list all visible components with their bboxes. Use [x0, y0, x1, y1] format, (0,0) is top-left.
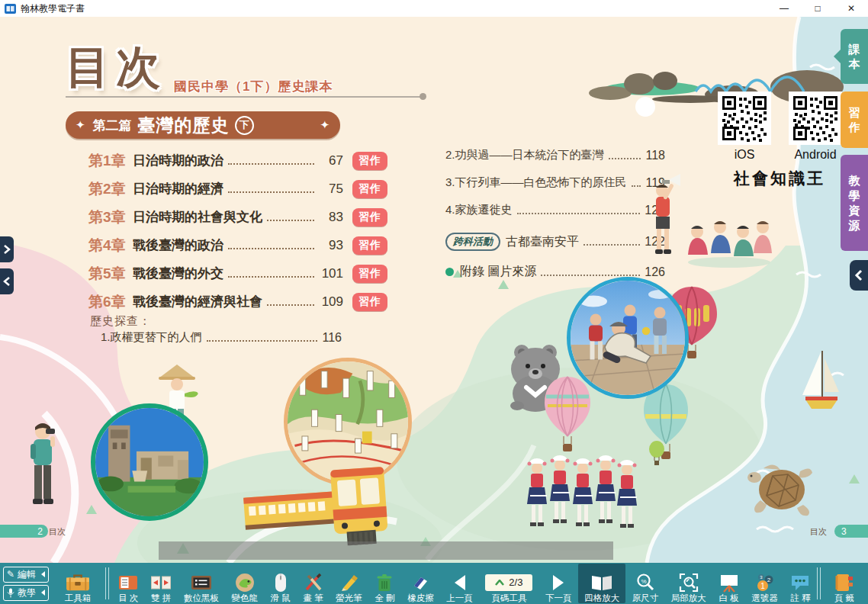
toc-icon: [118, 572, 138, 593]
chevron-left-icon: [3, 276, 11, 287]
toolbar-original-size[interactable]: % 原尺寸: [625, 564, 664, 603]
toolbox-icon: [64, 572, 92, 593]
tab-teaching-resources[interactable]: 教學資源: [841, 155, 868, 251]
workbook-badge[interactable]: 習作: [352, 265, 387, 283]
toolbar-annotation[interactable]: 註 釋: [784, 564, 817, 603]
toolbar-page-tool[interactable]: 2/3 頁碼工具: [479, 564, 539, 603]
toc-item[interactable]: 3.下行列車——白色恐怖下的原住民 119: [445, 175, 665, 190]
magnifier-percent-icon: %: [635, 572, 655, 593]
chapter-row[interactable]: 第5章 戰後臺灣的外交 101 習作: [88, 259, 387, 288]
toolbar-toolbox[interactable]: 工具箱: [53, 564, 102, 603]
arrow-left-icon: [41, 590, 45, 596]
sidebar-collapse-button[interactable]: [850, 260, 868, 291]
chapter-page: 109: [319, 294, 343, 310]
edit-mode-button[interactable]: ✎ 編輯: [3, 567, 49, 583]
workbook-badge[interactable]: 習作: [352, 208, 387, 226]
dot-leader: [207, 340, 318, 342]
dot-leader: [267, 304, 314, 306]
bullet-icon: [445, 268, 454, 276]
app-logo-icon: [5, 4, 16, 14]
panel-expand-button[interactable]: [0, 236, 14, 262]
chapter-row[interactable]: 第6章 戰後臺灣的經濟與社會 109 習作: [88, 288, 387, 316]
chapter-number: 第6章: [88, 292, 133, 312]
toolbar-number-picker[interactable]: 3 2 1 選號器: [745, 564, 784, 603]
activity-tag: 跨科活動: [445, 233, 500, 251]
workbook-badge[interactable]: 習作: [352, 152, 387, 170]
teach-mode-button[interactable]: 教學: [3, 585, 49, 601]
title-rule: [66, 96, 421, 98]
kinmen-photo: [91, 403, 208, 521]
toolbar-digital-board[interactable]: 數位黑板: [178, 564, 226, 603]
close-button[interactable]: ✕: [834, 0, 868, 17]
page-indicator-input[interactable]: 2/3: [485, 574, 532, 591]
mouse-icon: [275, 572, 287, 593]
toolbar-pen[interactable]: 畫 筆: [297, 564, 330, 603]
horizontal-scrollbar[interactable]: [159, 541, 613, 560]
qr-caption: 社會知識王: [702, 168, 857, 189]
android-label: Android: [789, 148, 842, 162]
hot-air-balloon-pink: [543, 375, 592, 455]
indigenous-dancers-illustration: [523, 451, 641, 537]
arrow-right-icon: [550, 572, 567, 593]
toolbar-mouse[interactable]: 滑 鼠: [264, 564, 297, 603]
page-number-right: 3: [834, 525, 868, 538]
chapter-title: 戰後臺灣的外交: [133, 265, 223, 282]
toolbar-highlighter[interactable]: 螢光筆: [330, 564, 368, 603]
chapter-row[interactable]: 第4章 戰後臺灣的政治 93 習作: [88, 231, 387, 259]
toolbar-chameleon[interactable]: 變色龍: [225, 564, 264, 603]
toolbar-partial-zoom[interactable]: 局部放大: [665, 564, 713, 603]
minimize-button[interactable]: —: [767, 0, 801, 17]
section-banner: ✦ 第二篇 臺灣的歷史 下 ✦: [66, 111, 340, 139]
toc-item-label: 4.家族遷徙史: [445, 203, 513, 217]
tab-textbook[interactable]: 課本: [841, 29, 868, 84]
hot-air-balloon-small: [648, 441, 665, 468]
ebook-app-window: 翰林教學電子書 — □ ✕: [0, 0, 868, 604]
dot-leader: [228, 191, 314, 193]
svg-text:2: 2: [767, 577, 770, 583]
tab-workbook[interactable]: 習作: [841, 92, 868, 148]
chapter-row[interactable]: 第3章 日治時期的社會與文化 83 習作: [88, 203, 387, 231]
dot-leader: [267, 220, 314, 221]
workbook-badge[interactable]: 習作: [352, 236, 387, 255]
pencil-icon: ✎: [7, 569, 14, 580]
microphone-icon: [7, 588, 14, 598]
diamond-icon: ✦: [76, 118, 85, 132]
toolbar-prev-page[interactable]: 上一頁: [440, 564, 479, 603]
page-canvas: 目次 國民中學（1下）歷史課本 ✦ 第二篇 臺灣的歷史 下 ✦ 第1章 日治時期…: [0, 17, 868, 563]
dot-leader: [583, 244, 640, 246]
maximize-button[interactable]: □: [801, 0, 834, 17]
panel-collapse-button[interactable]: [0, 268, 14, 294]
dot-leader: [541, 275, 640, 276]
chapter-row[interactable]: 第1章 日治時期的政治 67 習作: [88, 146, 387, 175]
toolbar-divider: [105, 567, 109, 599]
toc-item[interactable]: 2.功與過——日本統治下的臺灣 118: [445, 148, 665, 162]
window-title: 翰林教學電子書: [21, 2, 85, 15]
chapter-title: 戰後臺灣的經濟與社會: [133, 293, 262, 310]
chapter-number: 第1章: [88, 151, 133, 171]
chapter-row[interactable]: 第2章 日治時期的經濟 75 習作: [88, 175, 387, 203]
toolbar-whiteboard[interactable]: 白 板: [712, 564, 745, 603]
zoom-region-icon: [679, 572, 699, 593]
chapter-page: 83: [319, 210, 343, 225]
activity-item[interactable]: 跨科活動 古都臺南安平 122: [445, 233, 665, 251]
toc-item-label: 2.功與過——日本統治下的臺灣: [445, 148, 604, 162]
toolbar-next-page[interactable]: 下一頁: [539, 564, 578, 603]
train-illustration: [243, 461, 392, 549]
dance-photo: [567, 277, 689, 399]
toolbar-eraser[interactable]: 橡皮擦: [401, 564, 440, 603]
toolbar-quad-zoom[interactable]: 四格放大: [578, 564, 626, 603]
toc-item[interactable]: 4.家族遷徙史 120: [445, 203, 665, 217]
toolbar-toc[interactable]: 目 次: [112, 564, 145, 603]
toolbar-clear-all[interactable]: 全 刪: [368, 564, 401, 603]
blackboard-icon: [191, 572, 212, 593]
explore-item[interactable]: 1.政權更替下的人們 116: [101, 330, 342, 345]
android-qr-code: [789, 92, 842, 145]
workbook-badge[interactable]: 習作: [352, 180, 387, 198]
workbook-badge[interactable]: 習作: [352, 293, 387, 311]
dot-leader: [632, 185, 641, 187]
open-book-icon: [590, 572, 613, 593]
toolbar-page-tabs[interactable]: 頁 籤: [824, 564, 865, 603]
toolbar-dual-page[interactable]: 雙 拼: [145, 564, 178, 603]
svg-text:%: %: [641, 577, 646, 584]
chevron-right-icon: [3, 244, 11, 255]
